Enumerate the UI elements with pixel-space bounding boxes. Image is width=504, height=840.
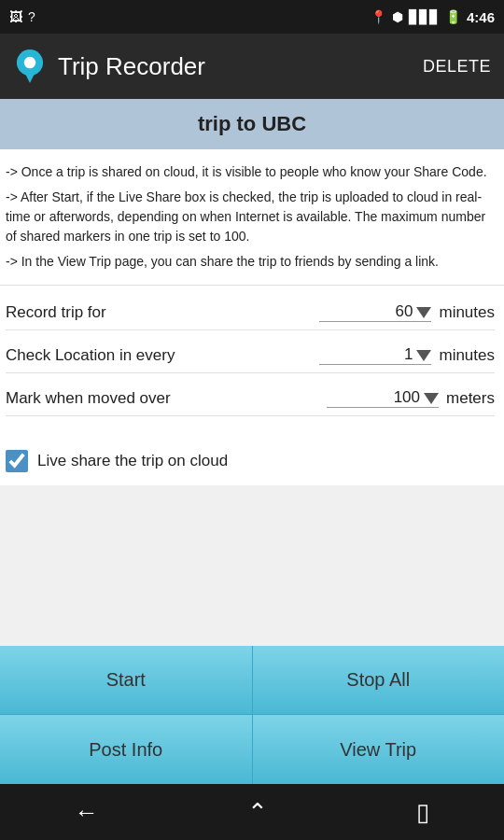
back-icon[interactable]: ← <box>75 798 99 827</box>
info-section: -> Once a trip is shared on cloud, it is… <box>0 149 504 286</box>
mark-moved-unit: meters <box>446 389 495 408</box>
stop-all-button[interactable]: Stop All <box>253 646 505 715</box>
info-line-2: -> After Start, if the Live Share box is… <box>6 188 495 246</box>
image-icon: 🖼 <box>9 9 22 24</box>
location-icon: 📍 <box>371 9 386 24</box>
live-share-checkbox[interactable] <box>6 450 28 472</box>
record-trip-value-container[interactable]: 60 <box>106 302 432 322</box>
trip-title: trip to UBC <box>198 112 306 135</box>
home-icon[interactable]: ⌃ <box>247 798 268 827</box>
app-bar: Trip Recorder DELETE <box>0 34 504 99</box>
status-time: 4:46 <box>467 9 495 25</box>
record-trip-dropdown-arrow <box>416 307 431 318</box>
check-location-value: 1 <box>319 345 431 365</box>
bottom-nav: ← ⌃ ▯ <box>0 784 504 840</box>
mark-moved-dropdown-arrow <box>424 393 439 404</box>
view-trip-button[interactable]: View Trip <box>253 715 505 784</box>
setting-row-location: Check Location in every 1 minutes <box>6 345 495 373</box>
recents-icon[interactable]: ▯ <box>416 798 429 827</box>
settings-section: Record trip for 60 minutes Check Locatio… <box>0 286 504 441</box>
status-left-icons: 🖼 ? <box>9 9 35 24</box>
check-location-value-container[interactable]: 1 <box>175 345 431 365</box>
question-icon: ? <box>28 9 35 24</box>
app-bar-left: Trip Recorder <box>13 49 205 83</box>
bluetooth-icon: ⬢ <box>392 9 403 24</box>
setting-row-record: Record trip for 60 minutes <box>6 302 495 330</box>
map-pin-icon <box>13 49 47 83</box>
record-trip-label: Record trip for <box>6 303 106 322</box>
status-bar: 🖼 ? 📍 ⬢ ▊▊▊ 🔋 4:46 <box>0 0 504 34</box>
check-location-unit: minutes <box>439 346 495 365</box>
delete-button[interactable]: DELETE <box>423 57 491 77</box>
setting-row-mark: Mark when moved over 100 meters <box>6 388 495 416</box>
svg-marker-2 <box>24 71 36 83</box>
mark-moved-value-container[interactable]: 100 <box>171 388 439 408</box>
info-line-1: -> Once a trip is shared on cloud, it is… <box>6 162 495 182</box>
trip-header: trip to UBC <box>0 99 504 149</box>
check-location-label: Check Location in every <box>6 346 175 365</box>
record-trip-unit: minutes <box>439 303 495 322</box>
buttons-section: Start Stop All Post Info View Trip <box>0 646 504 784</box>
button-row-2: Post Info View Trip <box>0 715 504 784</box>
battery-icon: 🔋 <box>445 9 461 24</box>
mark-moved-value: 100 <box>327 388 439 408</box>
status-right-icons: 📍 ⬢ ▊▊▊ 🔋 4:46 <box>371 9 495 25</box>
info-line-3: -> In the View Trip page, you can share … <box>6 252 495 272</box>
button-row-1: Start Stop All <box>0 646 504 715</box>
svg-point-1 <box>24 57 36 69</box>
signal-icon: ▊▊▊ <box>409 9 440 24</box>
record-trip-value: 60 <box>319 302 431 322</box>
mark-moved-label: Mark when moved over <box>6 389 171 408</box>
app-title: Trip Recorder <box>58 52 205 81</box>
start-button[interactable]: Start <box>0 646 253 715</box>
checkbox-section: Live share the trip on cloud <box>0 441 504 485</box>
live-share-label: Live share the trip on cloud <box>37 452 228 470</box>
check-location-dropdown-arrow <box>416 350 431 361</box>
post-info-button[interactable]: Post Info <box>0 715 253 784</box>
